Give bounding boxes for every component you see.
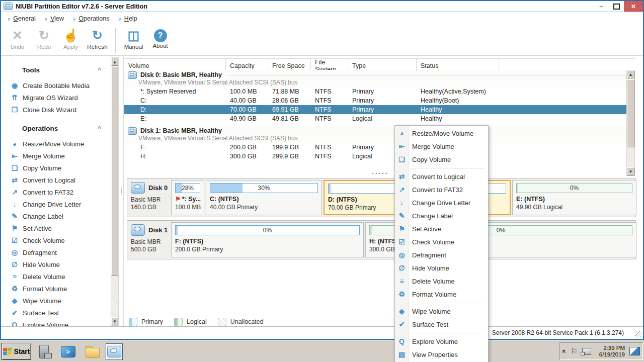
table-row-c[interactable]: C:40.00 GB28.06 GBNTFSPrimaryHealthy(Boo… xyxy=(124,96,635,105)
sidebar-section-header[interactable]: Tools^ xyxy=(1,64,123,75)
disk-strip-disk-0: Disk 0Basic MBR160.0 GB28%⚑*: Sy...100.0… xyxy=(127,178,636,217)
table-row-system-reserved[interactable]: *: System Reserved100.0 MB71.88 MBNTFSPr… xyxy=(124,87,635,96)
apply-thumbs-up-icon: ☝ xyxy=(63,28,78,43)
sidebar-item-wipe-volume[interactable]: ◆Wipe Volume xyxy=(1,295,123,307)
partition-block-e-ntfs[interactable]: 0%E: (NTFS)49.90 GB Logical xyxy=(512,180,636,215)
partition-block-sy[interactable]: 28%⚑*: Sy...100.0 MB xyxy=(171,180,204,215)
legend-swatch-primary xyxy=(129,318,137,326)
context-item-set-active[interactable]: ⚑Set Active xyxy=(395,222,488,235)
horizontal-splitter-handle[interactable]: ····· xyxy=(372,171,388,176)
start-button[interactable]: Start xyxy=(2,343,31,360)
context-item-convert-to-logical[interactable]: ⇄Convert to Logical xyxy=(395,170,488,183)
maximize-button[interactable] xyxy=(609,1,624,12)
table-row-e[interactable]: E:49.90 GB49.81 GBNTFSLogicalHealthy xyxy=(124,114,635,123)
action-center-flag-icon[interactable]: ⚐ xyxy=(571,347,577,356)
scroll-down-arrow-icon[interactable]: ▼ xyxy=(111,317,118,325)
sidebar-splitter-handle[interactable]: ⋮⋮ xyxy=(118,187,123,194)
folder-icon xyxy=(86,348,100,358)
context-item-resize-move-volume[interactable]: ◕Resize/Move Volume xyxy=(395,127,488,140)
usage-percent: 0% xyxy=(517,184,632,193)
sidebar-item-copy-volume[interactable]: ❏Copy Volume xyxy=(1,162,123,174)
context-item-hide-volume[interactable]: ∅Hide Volume xyxy=(395,261,488,275)
table-cell: 200.0 GB xyxy=(226,144,268,151)
toolbar-button-label: Refresh xyxy=(87,44,107,50)
context-item-convert-to-fat32[interactable]: ↗Convert to FAT32 xyxy=(395,183,488,196)
manual-button[interactable]: ◫Manual xyxy=(120,28,147,50)
sidebar-scrollbar[interactable]: ▲ ▼ xyxy=(111,57,119,326)
about-button[interactable]: ?About xyxy=(147,28,174,49)
sidebar-item-format-volume[interactable]: ♻Format Volume xyxy=(1,283,123,295)
network-icon[interactable] xyxy=(582,348,591,355)
sidebar-section-operations: Operations^◕Resize/Move Volume⇤Merge Vol… xyxy=(1,123,123,329)
context-item-change-label[interactable]: ✎Change Label xyxy=(395,209,488,222)
clock-date: 6/19/2019 xyxy=(598,351,625,358)
menu-help[interactable]: ∨Help xyxy=(118,15,137,22)
sidebar-item-hide-volume[interactable]: ∅Hide Volume xyxy=(1,258,123,270)
usage-percent: 28% xyxy=(176,184,200,193)
legend-label: Unallocated xyxy=(230,318,264,325)
context-item-delete-volume[interactable]: ≡Delete Volume xyxy=(395,275,488,288)
sidebar-item-migrate-os-wizard[interactable]: ⇈Migrate OS Wizard xyxy=(1,92,123,104)
table-row-d[interactable]: D:70.00 GB69.91 GBNTFSPrimaryHealthy xyxy=(124,105,635,114)
sidebar-item-change-drive-letter[interactable]: ↓Change Drive Letter xyxy=(1,198,123,210)
context-item-label: Convert to Logical xyxy=(409,173,465,180)
context-item-copy-volume[interactable]: ❏Copy Volume xyxy=(395,153,488,166)
tray-expand-chevron-icon[interactable]: « xyxy=(560,349,568,353)
context-item-merge-volume[interactable]: ⇤Merge Volume xyxy=(395,140,488,153)
close-button[interactable]: ✕ xyxy=(624,1,643,12)
table-row-f[interactable]: F:200.0 GB199.9 GBNTFSPrimaryHealthy xyxy=(124,143,635,152)
chevron-up-icon: ^ xyxy=(98,66,101,73)
context-item-surface-test[interactable]: ✔Surface Test xyxy=(395,318,488,331)
context-item-defragment[interactable]: ◎Defragment xyxy=(395,248,488,261)
menu-view[interactable]: ∨View xyxy=(44,15,64,22)
context-item-label: Format Volume xyxy=(409,291,456,298)
resize-grip[interactable] xyxy=(635,331,641,337)
table-row-h[interactable]: H:300.0 GB299.9 GBNTFSLogicalHealthy xyxy=(124,152,635,161)
menu-general[interactable]: ∨General xyxy=(7,15,36,22)
sidebar-item-label: Defragment xyxy=(23,249,57,256)
context-item-change-drive-letter[interactable]: ↓Change Drive Letter xyxy=(395,196,488,209)
scroll-up-arrow-icon[interactable]: ▲ xyxy=(111,58,118,66)
sidebar-item-clone-disk-wizard[interactable]: ❐Clone Disk Wizard xyxy=(1,104,123,116)
context-item-wipe-volume[interactable]: ◆Wipe Volume xyxy=(395,305,488,318)
scroll-down-arrow-icon[interactable]: ▼ xyxy=(627,167,634,175)
table-cell: C: xyxy=(124,97,226,104)
partition-block-f-ntfs[interactable]: 0%F: (NTFS)200.0 GB Primary xyxy=(171,222,364,257)
change-drive-letter-icon: ↓ xyxy=(10,200,19,208)
menu-bar: ∨General∨View∨Operations∨Help xyxy=(1,13,643,25)
table-scrollbar[interactable]: ▲ ▼ xyxy=(626,70,635,176)
usage-bar: 30% xyxy=(210,183,318,193)
sidebar-item-delete-volume[interactable]: ≡Delete Volume xyxy=(1,270,123,283)
sidebar-item-defragment[interactable]: ◎Defragment xyxy=(1,246,123,258)
context-item-format-volume[interactable]: ♻Format Volume xyxy=(395,288,488,301)
context-item-label: Surface Test xyxy=(409,321,448,328)
sidebar-item-resize-move-volume[interactable]: ◕Resize/Move Volume xyxy=(1,138,123,150)
sidebar-item-convert-to-logical[interactable]: ⇄Convert to Logical xyxy=(1,174,123,186)
scroll-up-arrow-icon[interactable]: ▲ xyxy=(627,70,634,78)
context-item-check-volume[interactable]: ☑Check Volume xyxy=(395,235,488,248)
partition-block-c-ntfs[interactable]: 30%C: (NTFS)40.00 GB Primary xyxy=(206,180,322,215)
context-item-view-properties[interactable]: ▤View Properties xyxy=(395,348,488,361)
sidebar-item-check-volume[interactable]: ☑Check Volume xyxy=(1,234,123,246)
sidebar-section-header[interactable]: Operations^ xyxy=(1,123,123,134)
taskbar-item-explorer[interactable] xyxy=(84,343,101,360)
sidebar-item-create-bootable-media[interactable]: ◉Create Bootable Media xyxy=(1,79,123,92)
taskbar-item-server-manager[interactable] xyxy=(35,343,52,360)
tray-clock[interactable]: 2:39 PM 6/19/2019 xyxy=(598,345,625,358)
sidebar-item-change-label[interactable]: ✎Change Label xyxy=(1,210,123,222)
menu-operations[interactable]: ∨Operations xyxy=(72,15,110,22)
refresh-button[interactable]: ↻Refresh xyxy=(84,28,111,50)
context-item-explore-volume[interactable]: QExplore Volume xyxy=(395,335,488,348)
sidebar-item-convert-to-fat32[interactable]: ↗Convert to FAT32 xyxy=(1,186,123,198)
sidebar-item-set-active[interactable]: ⚑Set Active xyxy=(1,222,123,234)
sidebar-item-merge-volume[interactable]: ⇤Merge Volume xyxy=(1,150,123,162)
sidebar-item-surface-test[interactable]: ✔Surface Test xyxy=(1,307,123,319)
show-desktop-icon[interactable] xyxy=(629,347,640,355)
scrollbar-thumb[interactable] xyxy=(627,79,634,147)
context-item-label: Set Active xyxy=(409,225,441,233)
taskbar-item-partition-editor[interactable] xyxy=(106,343,123,360)
minimize-button[interactable]: – xyxy=(594,1,609,12)
table-cell: 300.0 GB xyxy=(226,153,268,160)
taskbar-item-powershell[interactable]: > xyxy=(59,343,76,360)
scrollbar-thumb[interactable] xyxy=(111,66,118,276)
